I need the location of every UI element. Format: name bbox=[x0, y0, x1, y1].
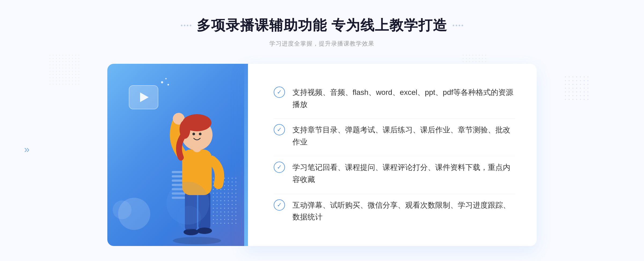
page-header: 多项录播课辅助功能 专为线上教学打造 学习进度全掌握，提升录播课教学效果 bbox=[181, 16, 463, 48]
title-row: 多项录播课辅助功能 专为线上教学打造 bbox=[181, 16, 463, 35]
illustration-card bbox=[107, 64, 252, 246]
light-circle-small bbox=[177, 206, 201, 230]
feature-item: ✓ 支持视频、音频、flash、word、excel、ppt、pdf等各种格式的… bbox=[274, 81, 515, 116]
check-icon-4: ✓ bbox=[274, 199, 285, 211]
dot bbox=[190, 25, 191, 26]
feature-text-1: 支持视频、音频、flash、word、excel、ppt、pdf等各种格式的资源… bbox=[292, 87, 515, 111]
svg-point-0 bbox=[173, 237, 221, 244]
check-mark: ✓ bbox=[277, 164, 282, 170]
feature-item: ✓ 互动弹幕、试听购买、微信分享、观看次数限制、学习进度跟踪、数据统计 bbox=[274, 194, 515, 229]
feature-text-2: 支持章节目录、弹题考试、课后练习、课后作业、章节测验、批改作业 bbox=[292, 124, 515, 148]
dot bbox=[181, 25, 182, 26]
sparkle-dot bbox=[167, 84, 169, 85]
dot bbox=[187, 25, 188, 26]
check-icon-2: ✓ bbox=[274, 124, 285, 135]
sparkle-dot bbox=[165, 78, 167, 79]
feature-text-4: 互动弹幕、试听购买、微信分享、观看次数限制、学习进度跟踪、数据统计 bbox=[292, 199, 515, 223]
dot bbox=[456, 25, 457, 26]
deco-circle-small bbox=[113, 200, 131, 219]
check-mark: ✓ bbox=[277, 202, 282, 208]
feature-text-3: 学习笔记回看、课程提问、课程评论打分、课件资料下载，重点内容收藏 bbox=[292, 162, 515, 186]
feature-item: ✓ 支持章节目录、弹题考试、课后练习、课后作业、章节测验、批改作业 bbox=[274, 118, 515, 154]
feature-panel: ✓ 支持视频、音频、flash、word、excel、ppt、pdf等各种格式的… bbox=[244, 64, 537, 246]
feature-item: ✓ 学习笔记回看、课程提问、课程评论打分、课件资料下载，重点内容收藏 bbox=[274, 156, 515, 191]
main-content: ✓ 支持视频、音频、flash、word、excel、ppt、pdf等各种格式的… bbox=[107, 64, 537, 246]
svg-point-12 bbox=[199, 133, 202, 135]
title-dots-left bbox=[181, 25, 191, 26]
svg-point-3 bbox=[184, 229, 199, 235]
dots-decoration-left bbox=[48, 54, 80, 86]
blue-accent-strip bbox=[244, 64, 248, 246]
sparkle-dot bbox=[161, 81, 163, 83]
chevron-left-icon: » bbox=[24, 145, 30, 154]
svg-point-4 bbox=[197, 228, 212, 234]
page-subtitle: 学习进度全掌握，提升录播课教学效果 bbox=[181, 40, 463, 48]
check-icon-1: ✓ bbox=[274, 87, 285, 98]
check-icon-3: ✓ bbox=[274, 162, 285, 173]
dot bbox=[453, 25, 454, 26]
svg-point-11 bbox=[192, 133, 195, 135]
dot bbox=[184, 25, 185, 26]
check-mark: ✓ bbox=[277, 89, 282, 95]
dots-decoration-right2 bbox=[564, 75, 590, 102]
page-container: » 多项录播课辅助功能 专为线上教学打造 学习进度全掌握，提升录播课教学效果 bbox=[0, 0, 644, 261]
page-title: 多项录播课辅助功能 专为线上教学打造 bbox=[197, 16, 447, 35]
title-dots-right bbox=[453, 25, 463, 26]
check-mark: ✓ bbox=[277, 127, 282, 133]
dot bbox=[459, 25, 460, 26]
play-icon bbox=[140, 92, 149, 102]
dot bbox=[462, 25, 463, 26]
